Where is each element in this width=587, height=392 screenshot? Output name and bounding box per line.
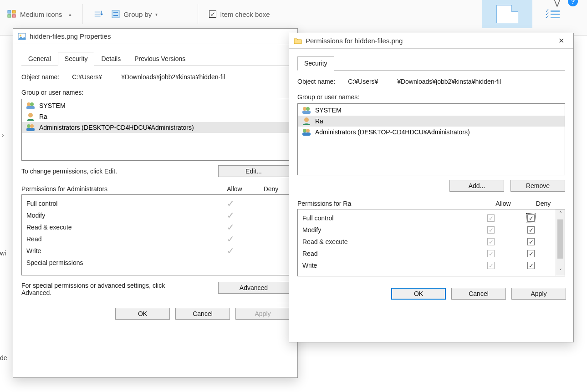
breadcrumb-back-icon[interactable]: ›	[2, 131, 4, 138]
close-icon[interactable]: ✕	[554, 34, 569, 48]
explorer-left-gutter: › wi de	[0, 36, 13, 392]
ok-button[interactable]: OK	[391, 288, 446, 300]
options-icon	[546, 9, 560, 20]
svg-point-22	[304, 117, 309, 122]
svg-rect-14	[26, 106, 35, 109]
permission-name: Read	[302, 250, 473, 257]
allow-indicator: ✓	[212, 211, 249, 220]
deny-checkbox[interactable]	[527, 238, 535, 245]
permission-name: Read & execute	[26, 224, 212, 231]
deny-checkbox[interactable]	[527, 250, 535, 257]
permissions-titlebar[interactable]: Permissions for hidden-files.png ✕	[289, 33, 573, 49]
deny-checkbox[interactable]	[527, 262, 535, 269]
user-icon	[301, 128, 311, 136]
properties-title: hidden-files.png Properties	[30, 32, 111, 40]
svg-point-23	[303, 129, 306, 132]
permission-name: Special permissions	[26, 259, 212, 266]
advanced-button[interactable]: Advanced	[218, 282, 289, 294]
svg-point-16	[27, 124, 31, 128]
properties-titlebar[interactable]: hidden-files.png Properties	[13, 29, 297, 44]
permission-name: Read & execute	[302, 238, 473, 245]
cancel-button[interactable]: Cancel	[175, 308, 230, 320]
permission-row: Modify✓	[26, 209, 285, 221]
item-checkboxes-label: Item check boxe	[220, 10, 270, 18]
allow-checkbox[interactable]	[487, 262, 495, 269]
groupby-control[interactable]: Group by ▾	[111, 10, 158, 18]
apply-button[interactable]: Apply	[235, 308, 290, 320]
options-control[interactable]	[546, 9, 560, 20]
svg-point-12	[27, 102, 31, 106]
svg-rect-9	[113, 15, 118, 16]
allow-indicator: ✓	[212, 246, 249, 255]
partial-text: de	[0, 354, 7, 361]
permission-name: Full control	[302, 214, 473, 222]
user-list-item[interactable]: Ra	[22, 111, 289, 122]
scroll-up-icon[interactable]: ˄	[556, 209, 565, 219]
scrollbar[interactable]: ˄ ˅	[556, 209, 565, 276]
permissions-editable-list: Full controlModifyRead & executeReadWrit…	[297, 209, 565, 276]
layout-medium-icons-label: Medium icons	[20, 10, 62, 18]
checkbox-icon[interactable]	[209, 10, 216, 18]
permission-name: Modify	[26, 212, 212, 219]
user-list-item[interactable]: Ra	[298, 116, 565, 127]
check-icon: ✓	[227, 234, 235, 244]
svg-rect-8	[113, 12, 118, 13]
object-name-label: Object name:	[21, 73, 59, 81]
svg-point-19	[303, 107, 306, 111]
tab-security[interactable]: Security	[297, 56, 334, 71]
sortby-control[interactable]	[94, 10, 103, 18]
dropdown-icon[interactable]: ▾	[155, 12, 158, 17]
layout-medium-icons[interactable]: Medium icons ▴	[7, 10, 71, 18]
tab-previous-versions[interactable]: Previous Versions	[128, 52, 192, 66]
scroll-thumb[interactable]	[557, 219, 563, 259]
permission-name: Write	[302, 262, 473, 269]
partial-text: wi	[0, 249, 6, 257]
deny-checkbox[interactable]	[527, 214, 535, 222]
remove-button[interactable]: Remove	[510, 180, 565, 192]
svg-rect-5	[94, 14, 100, 15]
item-checkboxes-toggle[interactable]: Item check boxe	[209, 10, 270, 18]
allow-checkbox[interactable]	[487, 250, 495, 257]
object-path: C:¥Users¥ ¥Downloads¥jobb2¥kinsta¥hidden…	[72, 73, 225, 81]
document-icon	[496, 5, 518, 23]
allow-checkbox[interactable]	[487, 238, 495, 245]
svg-point-15	[28, 113, 33, 117]
group-users-list[interactable]: SYSTEMRaAdministrators (DESKTOP-CD4HDCU¥…	[21, 99, 289, 161]
group-users-list[interactable]: SYSTEMRaAdministrators (DESKTOP-CD4HDCU¥…	[297, 103, 565, 175]
ok-button[interactable]: OK	[115, 308, 170, 320]
user-list-item[interactable]: Administrators (DESKTOP-CD4HDCU¥Administ…	[298, 127, 565, 137]
scroll-down-icon[interactable]: ˅	[556, 267, 565, 276]
edit-button[interactable]: Edit...	[218, 165, 289, 177]
add-button[interactable]: Add...	[449, 180, 504, 192]
deny-checkbox[interactable]	[527, 226, 535, 234]
ribbon-hide-selected[interactable]	[482, 0, 532, 28]
permission-row: Read	[302, 248, 553, 260]
user-list-item[interactable]: Administrators (DESKTOP-CD4HDCU¥Administ…	[22, 122, 289, 133]
check-icon: ✓	[227, 199, 235, 209]
user-list-item[interactable]: SYSTEM	[22, 100, 289, 111]
permission-name: Write	[26, 247, 212, 255]
svg-rect-0	[8, 10, 11, 13]
allow-checkbox[interactable]	[487, 214, 495, 222]
window-caption-close-icon: ⋁	[554, 0, 561, 7]
deny-column-label: Deny	[253, 185, 289, 193]
user-icon	[26, 112, 36, 121]
permission-row: Write✓	[26, 245, 285, 257]
apply-button[interactable]: Apply	[511, 288, 566, 300]
tab-security[interactable]: Security	[58, 52, 95, 66]
allow-checkbox[interactable]	[487, 226, 495, 234]
group-users-label: Group or user names:	[297, 93, 565, 101]
user-icon	[301, 106, 311, 114]
permission-name: Modify	[302, 226, 473, 234]
dropdown-up-icon[interactable]: ▴	[66, 11, 71, 17]
permission-row: Special permissions	[26, 257, 285, 269]
user-name: Ra	[315, 117, 323, 125]
svg-point-17	[30, 124, 34, 128]
folder-icon	[294, 37, 302, 45]
cancel-button[interactable]: Cancel	[451, 288, 506, 300]
tab-general[interactable]: General	[21, 52, 58, 66]
tab-details[interactable]: Details	[94, 52, 128, 66]
user-list-item[interactable]: SYSTEM	[298, 105, 565, 116]
svg-point-24	[306, 129, 310, 132]
advanced-hint: For special permissions or advanced sett…	[21, 282, 185, 296]
